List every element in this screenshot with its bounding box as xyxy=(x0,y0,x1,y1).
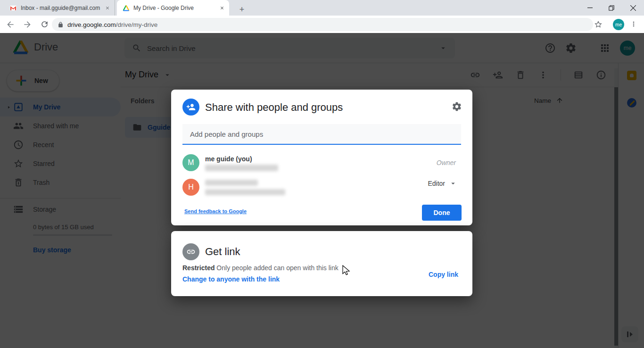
editor-email-redacted xyxy=(205,189,285,195)
window-restore-button[interactable] xyxy=(601,0,622,16)
drive-favicon-icon xyxy=(123,5,130,11)
copy-link-button[interactable]: Copy link xyxy=(429,271,458,278)
browser-address-bar: drive.google.com/drive/my-drive me xyxy=(0,16,644,33)
tab-gmail-close-icon[interactable] xyxy=(103,4,112,12)
browser-menu-icon[interactable] xyxy=(630,20,637,28)
done-button[interactable]: Done xyxy=(422,205,462,221)
window-close-button[interactable] xyxy=(622,0,644,16)
mouse-cursor xyxy=(342,265,351,276)
gmail-favicon-icon xyxy=(9,4,17,12)
get-link-circle-icon xyxy=(182,243,199,260)
tab-drive-title: My Drive - Google Drive xyxy=(133,5,218,11)
link-icon xyxy=(186,247,196,257)
person-add-icon xyxy=(186,102,196,112)
restricted-status-text: Restricted Only people added can open wi… xyxy=(182,264,339,272)
editor-name-redacted xyxy=(205,180,258,186)
get-link-title: Get link xyxy=(205,246,240,258)
window-minimize-button[interactable] xyxy=(579,0,601,16)
get-link-card: Get link Restricted Only people added ca… xyxy=(171,231,472,296)
share-settings-gear-icon[interactable] xyxy=(452,101,462,112)
editor-role-dropdown[interactable]: Editor xyxy=(428,179,457,188)
reload-button[interactable] xyxy=(38,18,51,31)
owner-avatar: M xyxy=(182,154,199,171)
owner-role-label: Owner xyxy=(437,159,456,166)
add-people-input[interactable] xyxy=(182,124,461,145)
forward-button[interactable] xyxy=(21,18,34,31)
change-access-link[interactable]: Change to anyone with the link xyxy=(182,275,280,283)
url-text: drive.google.com/drive/my-drive xyxy=(67,21,157,28)
tab-gmail[interactable]: Inbox - mail.gguide@gmail.com xyxy=(5,0,115,16)
share-dialog-title: Share with people and groups xyxy=(205,101,343,114)
browser-profile-avatar[interactable]: me xyxy=(613,19,624,30)
url-bar[interactable]: drive.google.com/drive/my-drive xyxy=(52,18,593,31)
editor-avatar: H xyxy=(182,179,199,196)
role-caret-icon xyxy=(449,179,457,188)
send-feedback-link[interactable]: Send feedback to Google xyxy=(184,208,247,214)
new-tab-button[interactable]: + xyxy=(236,3,248,16)
tab-gmail-title: Inbox - mail.gguide@gmail.com xyxy=(21,5,103,11)
bookmark-star-icon[interactable] xyxy=(594,20,603,29)
owner-name: me guide (you) xyxy=(205,155,252,163)
tab-drive[interactable]: My Drive - Google Drive xyxy=(117,0,229,16)
owner-email-redacted xyxy=(205,165,278,171)
restricted-label: Restricted xyxy=(182,264,215,272)
browser-tab-bar: Inbox - mail.gguide@gmail.com My Drive -… xyxy=(0,0,644,16)
share-dialog-icon xyxy=(182,99,199,116)
back-button[interactable] xyxy=(4,18,17,31)
tab-drive-close-icon[interactable] xyxy=(218,4,226,12)
share-dialog: Share with people and groups M me guide … xyxy=(171,90,472,225)
drive-app: Drive me New My Drive Shared with me Rec… xyxy=(0,33,644,348)
padlock-icon xyxy=(58,22,64,28)
